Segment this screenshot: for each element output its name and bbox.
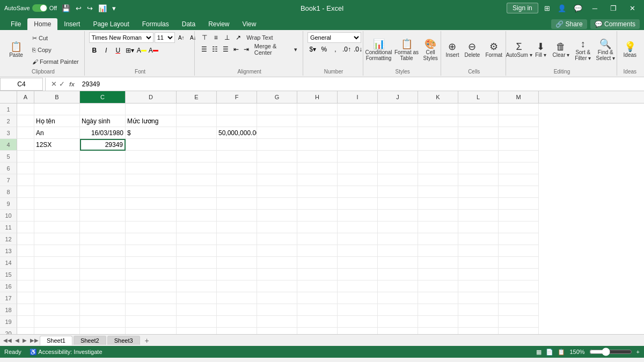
cell-M16[interactable] [499,280,539,292]
cell-H17[interactable] [297,292,338,304]
cell-E8[interactable] [177,186,217,198]
cell-E17[interactable] [177,292,217,304]
cell-H15[interactable] [297,269,338,280]
cell-A15[interactable] [17,269,34,280]
cell-J3[interactable] [378,127,418,139]
cell-L19[interactable] [458,316,499,328]
cell-C15[interactable] [80,269,126,280]
cell-E2[interactable] [177,115,217,127]
cell-G2[interactable] [257,115,297,127]
cell-L8[interactable] [458,186,499,198]
font-size-select[interactable]: 11 [155,32,175,43]
cell-B1[interactable] [34,104,80,115]
cell-I5[interactable] [338,151,378,162]
cancel-formula-button[interactable]: ✕ [51,80,57,88]
cell-C5[interactable] [80,151,126,162]
merge-center-button[interactable]: Merge & Center ▾ [252,44,299,55]
custom-icon[interactable]: ▾ [111,3,118,13]
cell-J14[interactable] [378,257,418,269]
row-num-19[interactable]: 19 [0,316,17,328]
cell-I2[interactable] [338,115,378,127]
align-right-button[interactable]: ☰ [221,44,231,55]
row-num-14[interactable]: 14 [0,257,17,269]
cell-L20[interactable] [458,328,499,334]
cell-K20[interactable] [418,328,458,334]
cell-J7[interactable] [378,174,418,186]
cell-I19[interactable] [338,316,378,328]
align-bottom-button[interactable]: ⊥ [222,32,232,43]
cell-E13[interactable] [177,245,217,257]
zoom-plus-button[interactable]: + [636,349,640,355]
cell-E20[interactable] [177,328,217,334]
cell-K6[interactable] [418,162,458,174]
cell-C11[interactable] [80,221,126,233]
cell-M15[interactable] [499,269,539,280]
cell-I18[interactable] [338,304,378,316]
cell-K5[interactable] [418,151,458,162]
restore-button[interactable]: ❐ [606,3,621,13]
cell-J12[interactable] [378,233,418,245]
cell-I9[interactable] [338,198,378,210]
cell-M3[interactable] [499,127,539,139]
cell-I3[interactable] [338,127,378,139]
sheet-tab-sheet2[interactable]: Sheet2 [74,336,106,345]
underline-button[interactable]: U [113,45,123,56]
cell-G4[interactable] [257,139,297,151]
cell-L5[interactable] [458,151,499,162]
cell-J1[interactable] [378,104,418,115]
cell-G14[interactable] [257,257,297,269]
cell-I6[interactable] [338,162,378,174]
cell-K19[interactable] [418,316,458,328]
row-num-3[interactable]: 3 [0,127,17,139]
tab-view[interactable]: View [236,18,263,30]
cell-H16[interactable] [297,280,338,292]
cell-B6[interactable] [34,162,80,174]
cell-A12[interactable] [17,233,34,245]
cell-F5[interactable] [217,151,257,162]
cell-D15[interactable] [126,269,177,280]
cell-F10[interactable] [217,210,257,221]
cell-E6[interactable] [177,162,217,174]
font-size-increase-button[interactable]: A↑ [176,32,187,43]
cut-button[interactable]: ✂ Cut [30,33,81,43]
comments-button[interactable]: 💬 Comments [590,19,640,29]
cell-C12[interactable] [80,233,126,245]
sort-filter-button[interactable]: ↕ Sort &Filter ▾ [573,38,593,62]
cell-J19[interactable] [378,316,418,328]
col-header-G[interactable]: G [257,91,297,103]
cell-I14[interactable] [338,257,378,269]
sheet-scroll-left-button[interactable]: ◀◀ [2,336,13,344]
cell-E16[interactable] [177,280,217,292]
cell-J17[interactable] [378,292,418,304]
autosum-button[interactable]: Σ AutoSum ▾ [507,41,531,59]
cell-F1[interactable] [217,104,257,115]
cell-L15[interactable] [458,269,499,280]
cell-J4[interactable] [378,139,418,151]
ideas-button[interactable]: 💡 Ideas [621,41,639,59]
row-num-1[interactable]: 1 [0,104,17,115]
sheet-scroll-left1-button[interactable]: ◀ [14,336,20,344]
cell-D18[interactable] [126,304,177,316]
cell-C10[interactable] [80,210,126,221]
row-num-10[interactable]: 10 [0,210,17,221]
fill-button[interactable]: ⬇ Fill ▾ [532,41,550,59]
cell-G1[interactable] [257,104,297,115]
cell-M19[interactable] [499,316,539,328]
decimal-decrease-button[interactable]: .0↓ [353,44,363,55]
cell-M10[interactable] [499,210,539,221]
cell-L16[interactable] [458,280,499,292]
cell-M4[interactable] [499,139,539,151]
cell-D14[interactable] [126,257,177,269]
cell-F19[interactable] [217,316,257,328]
row-num-9[interactable]: 9 [0,198,17,210]
cell-G11[interactable] [257,221,297,233]
cell-E18[interactable] [177,304,217,316]
cell-D16[interactable] [126,280,177,292]
fill-color-button[interactable]: A [136,45,147,56]
cell-L2[interactable] [458,115,499,127]
cell-K15[interactable] [418,269,458,280]
cell-C7[interactable] [80,174,126,186]
wrap-text-button[interactable]: Wrap Text [244,32,275,43]
add-sheet-button[interactable]: + [141,336,153,345]
cell-A9[interactable] [17,198,34,210]
